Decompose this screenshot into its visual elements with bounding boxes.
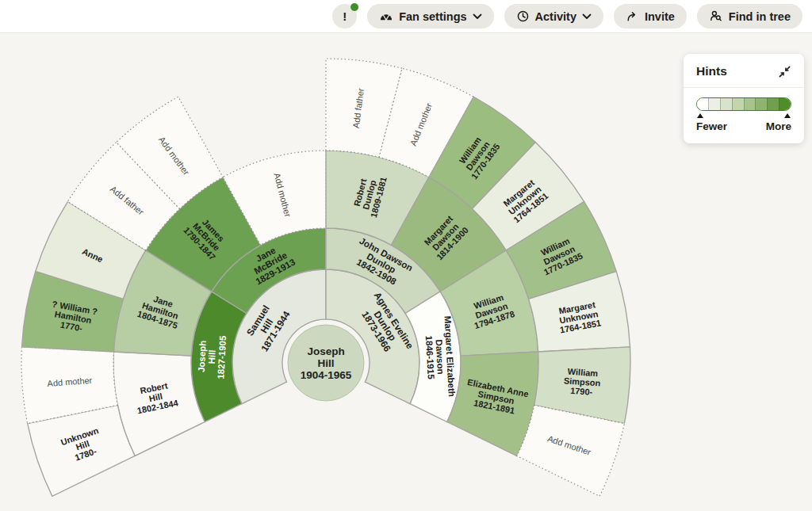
hints-density-slider[interactable] <box>696 97 791 111</box>
hints-scale-step-3[interactable] <box>720 98 732 110</box>
activity-label: Activity <box>535 10 576 23</box>
alert-label: ! <box>343 10 347 23</box>
hints-scale-step-4[interactable] <box>732 98 744 110</box>
fan-chart-canvas: SamuelHill1871-1944Agnes EvelineDunlop18… <box>0 33 812 511</box>
chevron-down-icon <box>582 13 592 20</box>
share-icon <box>626 10 639 23</box>
collapse-panel-icon[interactable] <box>778 65 791 78</box>
person-search-icon <box>709 10 723 23</box>
find-in-tree-button[interactable]: Find in tree <box>697 4 802 29</box>
fan-center-joseph-hill-1904[interactable] <box>288 325 364 401</box>
fan-settings-button[interactable]: Fan settings <box>367 4 493 29</box>
invite-button[interactable]: Invite <box>614 4 687 29</box>
fan-icon <box>379 10 393 23</box>
hints-scale-step-2[interactable] <box>708 98 720 110</box>
slider-handle-more[interactable] <box>784 113 791 118</box>
find-in-tree-label: Find in tree <box>729 10 791 23</box>
clock-icon <box>516 10 530 23</box>
fewer-label: Fewer <box>696 120 727 132</box>
alert-button[interactable]: ! <box>332 4 357 29</box>
fan-settings-label: Fan settings <box>399 10 466 23</box>
chevron-down-icon <box>473 13 482 20</box>
hints-scale-step-1[interactable] <box>697 98 708 110</box>
hints-scale-step-8[interactable] <box>779 98 791 110</box>
invite-label: Invite <box>645 10 675 23</box>
hints-scale-step-5[interactable] <box>744 98 756 110</box>
hints-scale-step-6[interactable] <box>755 98 767 110</box>
slider-handle-fewer[interactable] <box>697 113 703 118</box>
toolbar: ! Fan settings Activity <box>0 0 812 33</box>
more-label: More <box>766 120 791 132</box>
divider <box>684 87 804 88</box>
hints-scale-step-7[interactable] <box>767 98 779 110</box>
notification-dot <box>350 2 359 12</box>
slider-markers <box>696 113 791 119</box>
activity-button[interactable]: Activity <box>504 4 603 29</box>
hints-panel: Hints Fewer More <box>684 54 804 143</box>
hints-title: Hints <box>696 64 727 78</box>
